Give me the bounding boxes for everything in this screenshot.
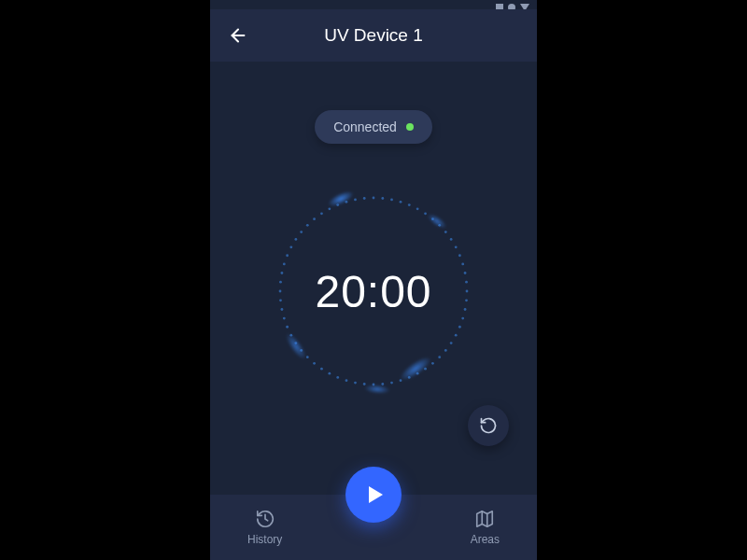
svg-point-2 — [381, 197, 384, 200]
svg-point-63 — [354, 199, 357, 202]
svg-point-15 — [464, 272, 467, 274]
svg-point-48 — [279, 299, 282, 301]
svg-point-49 — [279, 290, 282, 293]
svg-point-31 — [390, 382, 393, 385]
play-button[interactable] — [345, 467, 402, 523]
status-dot-icon — [406, 123, 414, 131]
main-content: Connected 20:00 — [210, 62, 537, 403]
nav-history[interactable]: History — [247, 509, 282, 546]
reset-button[interactable] — [468, 405, 509, 446]
nav-areas-label: Areas — [471, 533, 500, 546]
svg-point-50 — [279, 281, 282, 284]
svg-point-21 — [458, 326, 461, 329]
svg-point-37 — [336, 376, 339, 379]
svg-point-40 — [313, 362, 316, 365]
svg-point-47 — [281, 308, 284, 311]
arrow-left-icon — [228, 25, 248, 46]
svg-point-45 — [286, 326, 289, 329]
svg-point-16 — [465, 281, 468, 284]
replay-icon — [479, 416, 498, 435]
svg-point-60 — [328, 207, 331, 210]
svg-point-23 — [450, 342, 453, 344]
connection-status-label: Connected — [333, 119, 397, 134]
svg-point-10 — [444, 231, 447, 233]
svg-point-52 — [283, 263, 286, 266]
svg-point-6 — [416, 207, 419, 210]
svg-point-14 — [461, 263, 464, 266]
nav-areas[interactable]: Areas — [471, 509, 500, 546]
svg-marker-65 — [477, 511, 493, 527]
nav-history-label: History — [247, 533, 282, 546]
svg-point-53 — [286, 254, 289, 257]
timer-ring-icon — [261, 179, 486, 403]
svg-point-35 — [354, 382, 357, 385]
page-title: UV Device 1 — [210, 25, 537, 46]
connection-status-badge[interactable]: Connected — [315, 110, 432, 144]
back-button[interactable] — [225, 22, 251, 49]
svg-point-12 — [455, 245, 458, 248]
svg-point-56 — [300, 231, 303, 233]
timer-display: 20:00 — [261, 179, 486, 403]
svg-point-1 — [373, 197, 375, 200]
svg-point-4 — [400, 201, 402, 203]
play-icon — [369, 486, 383, 503]
svg-point-39 — [320, 368, 323, 371]
svg-point-51 — [281, 272, 284, 274]
svg-point-64 — [363, 197, 366, 200]
svg-point-13 — [458, 254, 461, 257]
history-icon — [255, 509, 275, 529]
map-icon — [474, 509, 495, 529]
svg-point-11 — [450, 238, 453, 241]
svg-point-57 — [306, 224, 309, 227]
svg-point-5 — [408, 203, 411, 206]
svg-point-3 — [390, 199, 393, 202]
svg-point-59 — [320, 212, 323, 215]
svg-point-25 — [438, 356, 441, 358]
svg-point-26 — [431, 362, 434, 365]
device-screen: UV Device 1 Connected 20:00 — [210, 0, 537, 560]
top-bar: UV Device 1 — [210, 9, 537, 62]
svg-point-55 — [294, 238, 297, 241]
svg-point-46 — [283, 317, 286, 320]
svg-point-18 — [465, 299, 468, 301]
svg-point-24 — [444, 349, 447, 352]
svg-point-54 — [289, 245, 292, 248]
svg-point-20 — [461, 317, 464, 320]
svg-point-58 — [313, 217, 316, 220]
svg-point-36 — [345, 379, 348, 382]
svg-point-19 — [464, 308, 467, 311]
svg-point-7 — [424, 212, 427, 215]
svg-point-17 — [466, 290, 469, 293]
svg-point-38 — [328, 372, 331, 375]
svg-point-22 — [455, 334, 458, 337]
